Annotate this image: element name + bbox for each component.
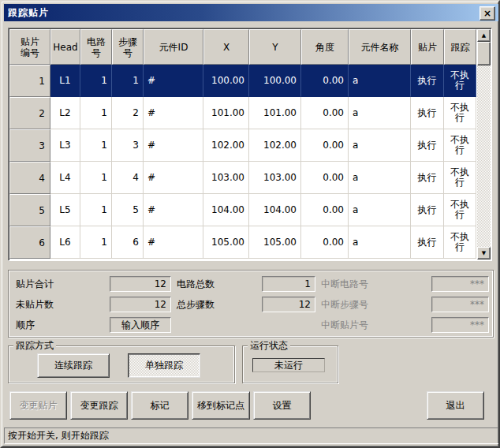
- cell-step-no[interactable]: 4: [112, 162, 144, 194]
- single-track-button[interactable]: 单独跟踪: [128, 353, 200, 378]
- cell-component-name[interactable]: a: [349, 162, 411, 194]
- single-track-label: 单独跟踪: [145, 359, 183, 372]
- cell-x[interactable]: 103.00: [203, 162, 249, 194]
- cell-component-name[interactable]: a: [349, 226, 411, 259]
- cell-angle[interactable]: 0.00: [301, 65, 349, 97]
- cell-head[interactable]: L6: [50, 226, 80, 259]
- settings-button[interactable]: 设置: [253, 391, 311, 420]
- column-header-y[interactable]: Y: [249, 29, 301, 65]
- row-header[interactable]: 6: [9, 226, 50, 259]
- cell-place[interactable]: 执行: [411, 226, 444, 259]
- cell-head[interactable]: L5: [50, 194, 80, 226]
- cell-component-name[interactable]: a: [349, 194, 411, 226]
- cell-track[interactable]: 不执行: [444, 226, 476, 259]
- cell-circuit-no[interactable]: 1: [80, 162, 112, 194]
- cell-y[interactable]: 103.00: [249, 162, 301, 194]
- cell-angle[interactable]: 0.00: [301, 226, 349, 259]
- column-header-track[interactable]: 跟踪: [444, 29, 476, 65]
- cell-track[interactable]: 不执行: [444, 97, 476, 129]
- cell-component-id[interactable]: #: [144, 129, 203, 162]
- cell-x[interactable]: 102.00: [203, 129, 249, 162]
- column-header-place[interactable]: 贴片: [411, 29, 444, 65]
- dialog-window: 跟踪贴片 × 贴片 编号 Head 电路 号 步骤 号 元件ID X Y 角度 …: [0, 0, 500, 448]
- column-header-angle[interactable]: 角度: [301, 29, 349, 65]
- order-value: 输入顺序: [110, 317, 171, 333]
- cell-circuit-no[interactable]: 1: [80, 65, 112, 97]
- cell-y[interactable]: 102.00: [249, 129, 301, 162]
- cell-y[interactable]: 101.00: [249, 97, 301, 129]
- cell-track[interactable]: 不执行: [444, 194, 476, 226]
- cell-x[interactable]: 104.00: [203, 194, 249, 226]
- column-header-component-id[interactable]: 元件ID: [144, 29, 203, 65]
- cell-component-name[interactable]: a: [349, 65, 411, 97]
- cell-x[interactable]: 105.00: [203, 226, 249, 259]
- cell-component-id[interactable]: #: [144, 65, 203, 97]
- run-status-text: 未运行: [274, 359, 303, 372]
- scroll-down-button[interactable]: ▼: [477, 247, 491, 259]
- row-header[interactable]: 1: [9, 65, 50, 97]
- exit-button[interactable]: 退出: [427, 391, 484, 420]
- cell-angle[interactable]: 0.00: [301, 129, 349, 162]
- cell-component-id[interactable]: #: [144, 226, 203, 259]
- row-header[interactable]: 3: [9, 129, 50, 162]
- close-button[interactable]: ×: [479, 6, 495, 21]
- scroll-up-button[interactable]: ▲: [477, 29, 491, 42]
- row-header[interactable]: 2: [9, 97, 50, 129]
- cell-circuit-no[interactable]: 1: [80, 97, 112, 129]
- cell-track[interactable]: 不执行: [444, 129, 476, 162]
- cell-x[interactable]: 100.00: [203, 65, 249, 97]
- column-header-component-name[interactable]: 元件名称: [349, 29, 411, 65]
- row-header[interactable]: 4: [9, 162, 50, 194]
- change-track-button[interactable]: 变更跟踪: [70, 391, 128, 420]
- cell-step-no[interactable]: 3: [112, 129, 144, 162]
- cell-y[interactable]: 105.00: [249, 226, 301, 259]
- cell-step-no[interactable]: 5: [112, 194, 144, 226]
- cell-angle[interactable]: 0.00: [301, 162, 349, 194]
- cell-component-id[interactable]: #: [144, 97, 203, 129]
- break-chip-label: 中断贴片号: [321, 317, 368, 333]
- move-to-mark-button[interactable]: 移到标记点: [192, 391, 250, 420]
- cell-step-no[interactable]: 2: [112, 97, 144, 129]
- column-header-circuit-no[interactable]: 电路 号: [80, 29, 112, 65]
- cell-head[interactable]: L2: [50, 97, 80, 129]
- cell-y[interactable]: 104.00: [249, 194, 301, 226]
- scroll-thumb[interactable]: [477, 42, 491, 65]
- cell-component-name[interactable]: a: [349, 129, 411, 162]
- cell-angle[interactable]: 0.00: [301, 97, 349, 129]
- cell-step-no[interactable]: 6: [112, 226, 144, 259]
- cell-head[interactable]: L1: [50, 65, 80, 97]
- column-header-step-no[interactable]: 步骤 号: [112, 29, 144, 65]
- mark-button[interactable]: 标记: [131, 391, 188, 420]
- total-chips-label: 贴片合计: [16, 276, 54, 292]
- continuous-track-button[interactable]: 连续跟踪: [37, 353, 110, 378]
- cell-head[interactable]: L4: [50, 162, 80, 194]
- column-header-chip-no[interactable]: 贴片 编号: [9, 29, 50, 65]
- cell-y[interactable]: 100.00: [249, 65, 301, 97]
- cell-place[interactable]: 执行: [411, 65, 444, 97]
- cell-track[interactable]: 不执行: [444, 162, 476, 194]
- cell-place[interactable]: 执行: [411, 129, 444, 162]
- column-header-x[interactable]: X: [203, 29, 249, 65]
- cell-x[interactable]: 101.00: [203, 97, 249, 129]
- cell-place[interactable]: 执行: [411, 97, 444, 129]
- cell-angle[interactable]: 0.00: [301, 194, 349, 226]
- status-bar: 按开始开关, 则开始跟踪: [4, 427, 499, 444]
- total-steps-value: 12: [262, 297, 315, 312]
- move-to-mark-label: 移到标记点: [197, 399, 244, 413]
- cell-track[interactable]: 不执行: [444, 65, 476, 97]
- cell-circuit-no[interactable]: 1: [80, 129, 112, 162]
- cell-circuit-no[interactable]: 1: [80, 194, 112, 226]
- column-header-head[interactable]: Head: [50, 29, 80, 65]
- vertical-scrollbar[interactable]: ▲ ▼: [477, 29, 491, 259]
- cell-component-name[interactable]: a: [349, 97, 411, 129]
- cell-place[interactable]: 执行: [411, 194, 444, 226]
- up-arrow-icon: ▲: [482, 32, 486, 39]
- cell-component-id[interactable]: #: [144, 162, 203, 194]
- cell-circuit-no[interactable]: 1: [80, 226, 112, 259]
- change-chip-button: 变更贴片: [9, 391, 67, 420]
- cell-component-id[interactable]: #: [144, 194, 203, 226]
- cell-step-no[interactable]: 1: [112, 65, 144, 97]
- cell-place[interactable]: 执行: [411, 162, 444, 194]
- cell-head[interactable]: L3: [50, 129, 80, 162]
- row-header[interactable]: 5: [9, 194, 50, 226]
